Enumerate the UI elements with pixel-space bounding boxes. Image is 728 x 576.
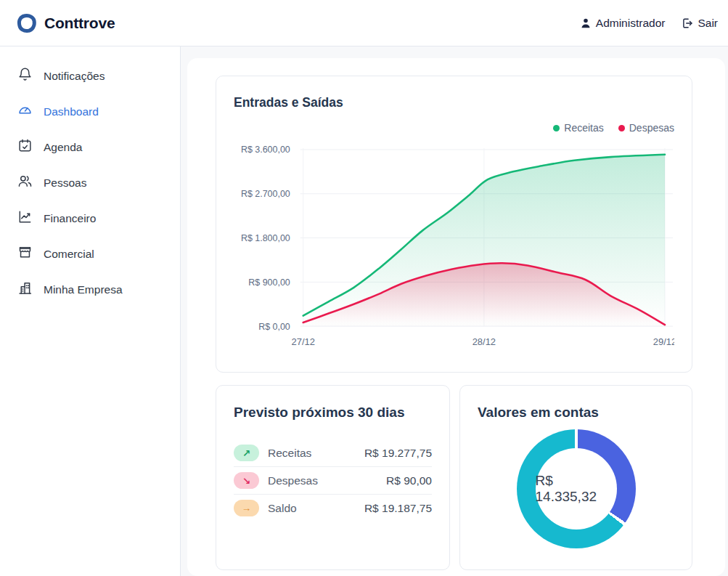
forecast-label: Saldo <box>268 502 297 515</box>
svg-text:R$ 2.700,00: R$ 2.700,00 <box>241 189 290 199</box>
trend-up-icon: ↗ <box>234 445 259 461</box>
logout-button[interactable]: Sair <box>681 17 718 30</box>
entradas-saidas-card: Entradas e Saídas Receitas Despesas R$ 3… <box>216 76 692 373</box>
sidebar-item-financeiro[interactable]: Financeiro <box>0 200 180 236</box>
forecast-value: R$ 90,00 <box>386 474 432 487</box>
svg-text:29/12: 29/12 <box>653 336 674 347</box>
previsto-card-title: Previsto próximos 30 dias <box>234 405 432 421</box>
header-actions: Administrador Sair <box>579 17 718 30</box>
svg-text:R$ 3.600,00: R$ 3.600,00 <box>241 145 290 155</box>
svg-text:R$ 0,00: R$ 0,00 <box>258 322 290 332</box>
sidebar-item-minha-empresa[interactable]: Minha Empresa <box>0 272 180 307</box>
donut-center: R$ 14.335,32 <box>536 448 617 530</box>
legend-label: Receitas <box>564 122 603 134</box>
app-header: Conttrove Administrador <box>0 0 728 46</box>
content-panel: Entradas e Saídas Receitas Despesas R$ 3… <box>187 58 725 576</box>
sidebar: Notificações Dashboard <box>0 46 181 576</box>
forecast-row-receitas: ↗ Receitas R$ 19.277,75 <box>234 439 432 466</box>
sidebar-item-pessoas[interactable]: Pessoas <box>0 165 180 200</box>
main-area: Entradas e Saídas Receitas Despesas R$ 3… <box>181 46 728 576</box>
legend-label: Despesas <box>629 122 674 134</box>
sidebar-item-agenda[interactable]: Agenda <box>0 129 180 165</box>
legend-item-despesas[interactable]: Despesas <box>618 122 674 134</box>
arrow-glyph: ↗ <box>242 447 250 459</box>
user-menu-button[interactable]: Administrador <box>579 17 666 30</box>
gauge-icon <box>17 102 33 121</box>
logout-label: Sair <box>698 17 718 30</box>
sidebar-item-comercial[interactable]: Comercial <box>0 236 180 272</box>
arrow-glyph: ↘ <box>242 475 250 487</box>
sidebar-item-label: Financeiro <box>44 212 96 225</box>
sidebar-item-label: Comercial <box>44 248 94 261</box>
forecast-value: R$ 19.187,75 <box>364 502 432 515</box>
sidebar-item-label: Agenda <box>44 141 82 154</box>
forecast-label: Receitas <box>268 447 311 460</box>
chart-legend: Receitas Despesas <box>234 122 674 134</box>
previsto-card: Previsto próximos 30 dias ↗ Receitas R$ … <box>216 385 450 570</box>
users-icon <box>17 174 33 192</box>
chart-card-title: Entradas e Saídas <box>234 95 674 110</box>
calendar-check-icon <box>17 138 33 156</box>
legend-item-receitas[interactable]: Receitas <box>553 122 603 134</box>
user-label: Administrador <box>596 17 666 30</box>
sidebar-item-label: Pessoas <box>44 177 86 190</box>
arrow-glyph: → <box>242 503 252 514</box>
svg-text:28/12: 28/12 <box>473 336 496 347</box>
donut-center-value: R$ 14.335,32 <box>536 473 617 505</box>
forecast-row-saldo: → Saldo R$ 19.187,75 <box>234 494 432 522</box>
valores-card: Valores em contas R$ 14.335,32 <box>459 385 692 570</box>
logo-icon <box>16 12 38 33</box>
sidebar-item-label: Notificações <box>44 70 105 83</box>
app-root: Conttrove Administrador <box>0 0 728 576</box>
brand-name: Conttrove <box>44 15 115 32</box>
forecast-rows: ↗ Receitas R$ 19.277,75 ↘ Despesas R$ 90… <box>234 439 432 522</box>
legend-dot-receitas <box>553 125 560 131</box>
legend-dot-despesas <box>618 125 625 131</box>
trend-down-icon: ↘ <box>234 472 259 489</box>
sidebar-item-notificacoes[interactable]: Notificações <box>0 58 180 94</box>
forecast-label: Despesas <box>268 474 318 487</box>
forecast-value: R$ 19.277,75 <box>364 447 432 460</box>
svg-text:27/12: 27/12 <box>291 336 314 347</box>
user-icon <box>579 17 592 30</box>
bell-icon <box>17 67 33 85</box>
entradas-saidas-chart: R$ 3.600,00R$ 2.700,00R$ 1.800,00R$ 900,… <box>234 137 674 348</box>
sidebar-item-label: Minha Empresa <box>44 283 123 296</box>
shell: Notificações Dashboard <box>0 46 728 576</box>
storefront-icon <box>17 245 33 263</box>
building-icon <box>17 280 33 299</box>
valores-donut-chart: R$ 14.335,32 <box>517 429 636 548</box>
sidebar-item-label: Dashboard <box>44 105 99 118</box>
logout-icon <box>681 17 694 30</box>
chart-line-icon <box>17 209 33 227</box>
valores-card-title: Valores em contas <box>478 405 674 421</box>
sidebar-item-dashboard[interactable]: Dashboard <box>0 94 180 129</box>
forecast-row-despesas: ↘ Despesas R$ 90,00 <box>234 466 432 494</box>
logo[interactable]: Conttrove <box>17 14 115 33</box>
svg-text:R$ 900,00: R$ 900,00 <box>248 277 290 288</box>
trend-flat-icon: → <box>234 500 259 516</box>
svg-text:R$ 1.800,00: R$ 1.800,00 <box>241 233 290 243</box>
bottom-cards-row: Previsto próximos 30 dias ↗ Receitas R$ … <box>216 385 692 570</box>
